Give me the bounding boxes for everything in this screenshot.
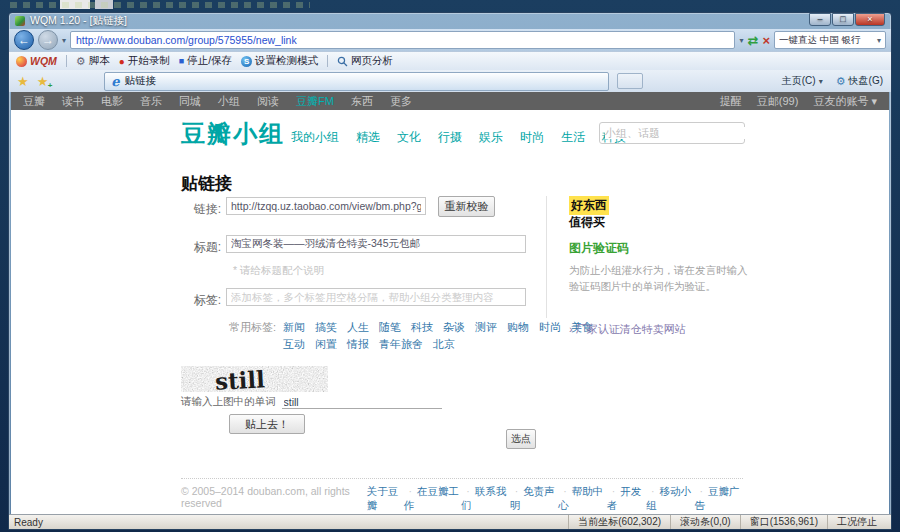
window-controls: – □ × [809, 13, 885, 26]
forward-button[interactable]: → [38, 30, 58, 50]
refresh-icon[interactable]: ⇄ [748, 33, 759, 48]
nav-item-movies[interactable]: 电影 [101, 94, 123, 109]
footer-link[interactable]: 移动小组 [646, 485, 695, 513]
link-input[interactable] [226, 197, 426, 215]
overlay-pick-button[interactable]: 选点 [506, 429, 536, 449]
tag-link[interactable]: 情报 [347, 337, 369, 352]
nav-item-read[interactable]: 阅读 [257, 94, 279, 109]
nav-account[interactable]: 豆友的账号 ▾ [813, 94, 877, 109]
tag-link[interactable]: 购物 [507, 320, 529, 335]
nav-doumail[interactable]: 豆邮(99) [757, 94, 799, 109]
toolbar-detect-mode-button[interactable]: S 设置检测模式 [241, 54, 318, 68]
new-tab-button[interactable] [617, 73, 643, 89]
home-page-button[interactable]: 主页(C) ▾ [782, 74, 823, 88]
footer-link[interactable]: 开发者 [607, 485, 646, 513]
toolbar-page-analysis-button[interactable]: 网页分析 [337, 54, 393, 68]
gnav-entertainment[interactable]: 娱乐 [479, 129, 503, 146]
tag-link[interactable]: 搞笑 [315, 320, 337, 335]
tab-post-link[interactable]: e 贴链接 [104, 72, 609, 91]
gnav-culture[interactable]: 文化 [397, 129, 421, 146]
group-search-input[interactable] [605, 127, 747, 139]
back-button[interactable]: ← [14, 30, 34, 50]
group-name-highlight: 好东西 [569, 196, 609, 215]
nav-item-city[interactable]: 同城 [179, 94, 201, 109]
tag-link[interactable]: 互动 [283, 337, 305, 352]
toolbar-record-button[interactable]: ● 开始录制 [119, 54, 170, 68]
gnav-photography[interactable]: 行摄 [438, 129, 462, 146]
footer-link[interactable]: 帮助中心 [558, 485, 607, 513]
magnifier-icon [337, 56, 348, 67]
tag-input[interactable] [226, 288, 526, 306]
url-dropdown-icon[interactable]: ▾ [739, 36, 743, 45]
common-tags-row-1: 新闻 搞笑 人生 随笔 科技 杂谈 测评 购物 时尚 美食 [283, 320, 593, 335]
nav-item-groups[interactable]: 小组 [218, 94, 240, 109]
quick-access-dropdown[interactable]: 一键直达 中国 银行 ▾ [774, 31, 886, 49]
footer-link[interactable]: 联系我们 [461, 485, 510, 513]
wqm-logo-icon [16, 56, 27, 67]
footer-link[interactable]: 在豆瓣工作 [404, 485, 462, 513]
footer-link[interactable]: 关于豆瓣 [367, 485, 404, 513]
captcha-label: 请输入上图中的单词 [181, 395, 276, 409]
toolbar-script-button[interactable]: ⚙ 脚本 [76, 54, 110, 68]
submit-button[interactable]: 贴上去！ [229, 414, 305, 434]
url-input[interactable] [71, 34, 734, 46]
content-divider [546, 196, 547, 318]
toolbar-stop-save-button[interactable]: ■ 停止/保存 [179, 54, 232, 68]
captcha-info-link[interactable]: 图片验证码 [569, 240, 629, 257]
title-input[interactable] [226, 235, 526, 253]
maximize-button[interactable]: □ [832, 13, 854, 26]
tag-link[interactable]: 闲置 [315, 337, 337, 352]
history-dropdown-icon[interactable]: ▾ [62, 36, 66, 45]
status-ready: Ready [14, 517, 43, 528]
nav-item-things[interactable]: 东西 [351, 94, 373, 109]
page-viewport: 豆瓣 读书 电影 音乐 同城 小组 阅读 豆瓣FM 东西 更多 提醒 豆邮(99… [11, 92, 889, 514]
gnav-fashion[interactable]: 时尚 [520, 129, 544, 146]
copyright-text: © 2005–2014 douban.com, all rights reser… [181, 485, 367, 513]
gnav-featured[interactable]: 精选 [356, 129, 380, 146]
group-name-rest: 值得买 [569, 214, 605, 231]
nav-item-douban[interactable]: 豆瓣 [23, 94, 45, 109]
wqm-logo[interactable]: WQM [16, 55, 57, 67]
captcha-word: still [214, 366, 265, 392]
tag-link[interactable]: 人生 [347, 320, 369, 335]
common-tags-label: 常用标签: [229, 320, 276, 335]
address-bar: ← → ▾ ▾ ⇄ × 一键直达 中国 银行 ▾ [9, 29, 891, 51]
tag-link[interactable]: 杂谈 [443, 320, 465, 335]
revalidate-button[interactable]: 重新校验 [438, 196, 495, 217]
nav-item-fm[interactable]: 豆瓣FM [296, 94, 334, 109]
gnav-life[interactable]: 生活 [561, 129, 585, 146]
favorites-icon[interactable]: ★ [17, 74, 29, 89]
title-label: 标题: [161, 239, 221, 256]
tag-link[interactable]: 随笔 [379, 320, 401, 335]
link-label: 链接: [161, 201, 221, 218]
footer-link[interactable]: 豆瓣广告 [695, 485, 744, 513]
minimize-button[interactable]: – [809, 13, 831, 26]
douban-groups-logo[interactable]: 豆瓣小组 [181, 118, 285, 150]
nav-item-books[interactable]: 读书 [62, 94, 84, 109]
footer-link[interactable]: 免责声明 [510, 485, 559, 513]
captcha-input[interactable] [282, 396, 442, 409]
tag-link[interactable]: 时尚 [539, 320, 561, 335]
window-titlebar[interactable]: WQM 1.20 - [贴链接] – □ × [9, 13, 891, 29]
captcha-description: 为防止小组灌水行为，请在发言时输入验证码图片中的单词作为验证。 [569, 262, 751, 295]
stop-icon[interactable]: × [762, 33, 770, 48]
captcha-entry-row: 请输入上图中的单词 [181, 395, 442, 409]
ie-icon: e [111, 74, 119, 89]
nav-item-music[interactable]: 音乐 [140, 94, 162, 109]
add-favorite-icon[interactable]: ★+ [37, 74, 49, 89]
tag-link[interactable]: 青年旅舍 [379, 337, 423, 352]
kuaipan-button[interactable]: ⚙ 快盘(G) [836, 74, 883, 88]
tag-link[interactable]: 新闻 [283, 320, 305, 335]
promo-link[interactable]: › 厂家认证清仓特卖网站 [569, 322, 686, 337]
browser-window: WQM 1.20 - [贴链接] – □ × ← → ▾ ▾ ⇄ × 一键直达 … [8, 12, 892, 530]
nav-item-more[interactable]: 更多 [390, 94, 412, 109]
gear-icon: ⚙ [836, 75, 846, 88]
tag-link[interactable]: 测评 [475, 320, 497, 335]
tag-link[interactable]: 科技 [411, 320, 433, 335]
nav-notifications[interactable]: 提醒 [720, 94, 742, 109]
gnav-my-groups[interactable]: 我的小组 [291, 129, 339, 146]
close-button[interactable]: × [855, 13, 885, 26]
toolbar-separator [327, 55, 328, 67]
tag-link[interactable]: 北京 [433, 337, 455, 352]
douban-top-nav: 豆瓣 读书 电影 音乐 同城 小组 阅读 豆瓣FM 东西 更多 提醒 豆邮(99… [11, 92, 889, 110]
